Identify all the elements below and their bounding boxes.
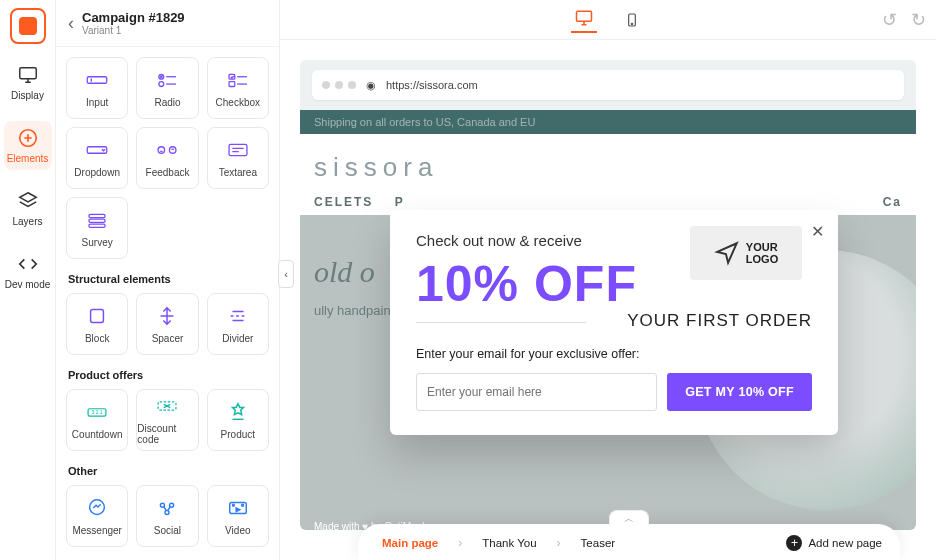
social-icon [154, 497, 180, 519]
svg-rect-2 [87, 76, 107, 83]
element-input[interactable]: Input [66, 57, 128, 119]
layers-icon [17, 190, 39, 212]
dropdown-icon [84, 139, 110, 161]
element-messenger[interactable]: Messenger [66, 485, 128, 547]
section-structural: Structural elements [68, 273, 267, 285]
card-label: Input [86, 97, 108, 108]
svg-point-24 [232, 504, 234, 506]
eye-icon: ◉ [366, 79, 376, 92]
element-countdown[interactable]: 3:2:1 Countdown [66, 389, 128, 451]
sidebar-body: Input Radio Checkbox Dropdown Feedback T… [56, 47, 279, 560]
add-page-label: Add new page [808, 537, 882, 549]
video-icon [225, 497, 251, 519]
block-icon [84, 305, 110, 327]
spacer-icon [154, 305, 180, 327]
undo-button[interactable]: ↺ [882, 9, 897, 31]
discount-icon [154, 395, 180, 417]
svg-rect-11 [229, 144, 247, 155]
card-label: Textarea [219, 167, 257, 178]
tab-teaser[interactable]: Teaser [575, 533, 622, 553]
popup[interactable]: ✕ YOUR LOGO Check out now & receive 10% … [390, 210, 838, 435]
rail-display[interactable]: Display [4, 58, 52, 107]
element-radio[interactable]: Radio [136, 57, 198, 119]
code-icon [17, 253, 39, 275]
checkbox-icon [225, 69, 251, 91]
element-survey[interactable]: Survey [66, 197, 128, 259]
card-label: Survey [82, 237, 113, 248]
element-product[interactable]: Product [207, 389, 269, 451]
rail-layers[interactable]: Layers [4, 184, 52, 233]
card-label: Checkbox [216, 97, 260, 108]
product-icon [225, 401, 251, 423]
site-preview: Shipping on all orders to US, Canada and… [300, 110, 916, 530]
logo-placeholder[interactable]: YOUR LOGO [690, 226, 802, 280]
element-checkbox[interactable]: Checkbox [207, 57, 269, 119]
canvas-wrap: ◉ https://sissora.com Shipping on all or… [280, 40, 936, 560]
tab-main-page[interactable]: Main page [376, 533, 444, 553]
paper-plane-icon [714, 240, 740, 266]
left-rail: Display Elements Layers Dev mode [0, 0, 56, 560]
redo-button[interactable]: ↻ [911, 9, 926, 31]
card-label: Divider [222, 333, 253, 344]
chevron-right-icon: › [551, 536, 567, 550]
rail-devmode[interactable]: Dev mode [4, 247, 52, 296]
rail-elements[interactable]: Elements [4, 121, 52, 170]
sidebar-collapse-handle[interactable]: ‹ [278, 260, 294, 288]
nav-item: Ca [883, 195, 902, 209]
card-label: Block [85, 333, 109, 344]
rail-label: Display [11, 90, 44, 101]
tabs-expand-handle[interactable]: ︿ [609, 510, 649, 526]
device-toggle [571, 7, 645, 33]
svg-point-5 [159, 81, 164, 86]
email-input[interactable] [416, 373, 657, 411]
element-feedback[interactable]: Feedback [136, 127, 198, 189]
element-spacer[interactable]: Spacer [136, 293, 198, 355]
browser-bar: ◉ https://sissora.com [312, 70, 904, 100]
svg-point-22 [165, 510, 169, 514]
element-divider[interactable]: Divider [207, 293, 269, 355]
textarea-icon [225, 139, 251, 161]
svg-rect-12 [89, 214, 105, 217]
card-label: Product [221, 429, 255, 440]
back-button[interactable]: ‹ [68, 13, 74, 34]
popup-line2: YOUR FIRST ORDER [600, 311, 812, 331]
element-video[interactable]: Video [207, 485, 269, 547]
messenger-icon [84, 497, 110, 519]
svg-point-4 [161, 75, 163, 77]
divider-icon [225, 305, 251, 327]
element-social[interactable]: Social [136, 485, 198, 547]
plus-icon: + [786, 535, 802, 551]
window-dots [322, 81, 356, 89]
preview-canvas: ◉ https://sissora.com Shipping on all or… [300, 60, 916, 530]
card-label: Radio [154, 97, 180, 108]
card-label: Spacer [152, 333, 184, 344]
card-label: Social [154, 525, 181, 536]
svg-rect-14 [89, 224, 105, 227]
tab-thank-you[interactable]: Thank You [476, 533, 542, 553]
plus-circle-icon [17, 127, 39, 149]
nav-item: P [395, 195, 405, 209]
rail-label: Layers [12, 216, 42, 227]
cta-button[interactable]: GET MY 10% OFF [667, 373, 812, 411]
svg-point-9 [159, 146, 166, 153]
device-mobile[interactable] [619, 7, 645, 33]
element-textarea[interactable]: Textarea [207, 127, 269, 189]
element-block[interactable]: Block [66, 293, 128, 355]
mobile-icon [624, 10, 640, 30]
page-tabs: ︿ Main page › Thank You › Teaser + Add n… [358, 524, 900, 560]
device-desktop[interactable] [571, 7, 597, 33]
svg-point-25 [241, 504, 243, 506]
element-discount-code[interactable]: Discount code [136, 389, 198, 451]
svg-point-10 [170, 146, 177, 153]
rail-label: Elements [7, 153, 49, 164]
section-offers: Product offers [68, 369, 267, 381]
app-logo[interactable] [10, 8, 46, 44]
element-dropdown[interactable]: Dropdown [66, 127, 128, 189]
radio-icon [154, 69, 180, 91]
elements-sidebar: ‹ Campaign #1829 Variant 1 Input Radio C… [56, 0, 280, 560]
add-new-page[interactable]: + Add new page [786, 535, 882, 551]
variant-label: Variant 1 [82, 25, 185, 36]
card-label: Dropdown [74, 167, 120, 178]
rail-label: Dev mode [5, 279, 51, 290]
close-icon[interactable]: ✕ [811, 222, 824, 241]
